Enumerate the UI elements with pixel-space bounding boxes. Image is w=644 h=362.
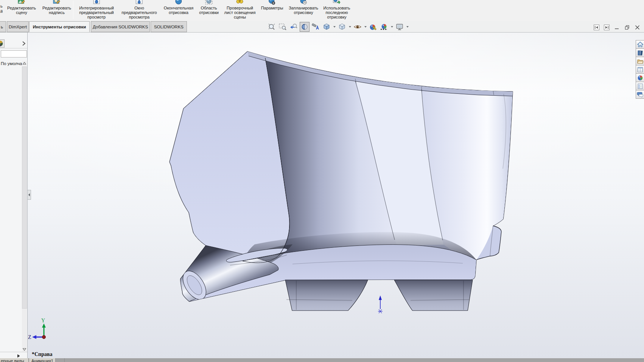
view-orientation-dropdown-icon[interactable] bbox=[333, 22, 336, 32]
render-tools-toolbar: ь й Редактировать сцену Редактировать на… bbox=[0, 0, 644, 21]
final-render-icon bbox=[174, 0, 183, 6]
axis-origin-dot bbox=[42, 336, 46, 339]
tab-3d-views[interactable]: ерные виды bbox=[0, 358, 29, 362]
final-render-button[interactable]: Окончательная отрисовка bbox=[164, 0, 193, 21]
tab-animation1[interactable]: Анимация1 bbox=[29, 358, 56, 362]
hide-show-items-icon[interactable] bbox=[353, 22, 362, 32]
edit-scene-button[interactable]: Редактировать сцену bbox=[7, 0, 36, 21]
view-orientation-label: *Справа bbox=[32, 351, 53, 357]
view-settings-icon[interactable] bbox=[395, 22, 404, 32]
render-options-label: Параметры bbox=[261, 6, 283, 10]
edit-decal-icon bbox=[53, 0, 61, 6]
render-region-button[interactable]: Область отрисовки bbox=[199, 0, 219, 21]
zoom-to-fit-icon[interactable] bbox=[267, 22, 277, 32]
scroll-down-icon[interactable] bbox=[22, 347, 27, 352]
appearances-scenes-icon[interactable] bbox=[636, 73, 644, 82]
toolbar-separator bbox=[73, 1, 73, 19]
recall-last-render-icon bbox=[333, 0, 341, 6]
axis-y-label: Y bbox=[41, 318, 45, 323]
tab-solidworks-mbd[interactable]: SOLIDWORKS MBD bbox=[151, 21, 187, 32]
preview-window-label: Окно предварительного просмотра bbox=[121, 6, 157, 19]
panel-scrollbar[interactable] bbox=[22, 66, 27, 347]
axis-z-label: Z bbox=[28, 334, 31, 340]
zoom-to-area-icon[interactable] bbox=[278, 22, 288, 32]
graphics-area[interactable]: Y Z *Справа bbox=[28, 33, 644, 358]
scene-illumination-proof-sheet-label: Проверочный лист освещения сцены bbox=[224, 6, 256, 19]
view-settings-dropdown-icon[interactable] bbox=[406, 22, 409, 32]
minimize-icon[interactable] bbox=[614, 25, 620, 30]
preview-window-icon bbox=[135, 0, 143, 6]
render-options-icon bbox=[268, 0, 276, 6]
model-scene: Y Z bbox=[28, 33, 644, 358]
integrated-preview-label: Интегрированный предварительный просмотр bbox=[79, 6, 114, 19]
edit-scene-icon bbox=[17, 0, 26, 6]
render-region-label: Область отрисовки bbox=[199, 6, 219, 15]
solidworks-resources-icon[interactable] bbox=[636, 48, 644, 57]
tab-clipped[interactable]: ь bbox=[0, 21, 6, 32]
render-region-icon bbox=[205, 0, 213, 6]
commandmanager-tab-row: ь DimXpert Инструменты отрисовки Добавле… bbox=[0, 21, 644, 33]
final-render-label: Окончательная отрисовка bbox=[164, 6, 193, 15]
preview-window-button[interactable]: Окно предварительного просмотра bbox=[121, 0, 157, 21]
home-icon[interactable] bbox=[636, 40, 644, 49]
close-icon[interactable] bbox=[635, 25, 640, 30]
integrated-preview-icon bbox=[92, 0, 101, 6]
edit-decal-label: Редактировать надпись bbox=[42, 6, 71, 15]
panel-bottom-expand-icon[interactable] bbox=[16, 353, 21, 357]
appearance-ball-icon[interactable] bbox=[0, 39, 5, 48]
dock-right-icon[interactable] bbox=[604, 25, 610, 30]
clipped-button-label-fragment: ь bbox=[0, 4, 3, 8]
appearance-list-item[interactable]: По умолча bbox=[1, 61, 22, 66]
task-pane-tab-strip bbox=[636, 40, 644, 98]
apply-scene-dropdown-icon[interactable] bbox=[390, 22, 394, 32]
scene-illumination-proof-sheet-button[interactable]: Проверочный лист освещения сцены bbox=[224, 0, 256, 21]
panel-splitter-handle[interactable] bbox=[28, 190, 31, 200]
display-style-icon[interactable] bbox=[337, 22, 347, 32]
clipped-button-label-fragment: й bbox=[0, 9, 3, 14]
part-model[interactable] bbox=[170, 51, 513, 311]
dynamic-annotation-views-icon[interactable] bbox=[311, 22, 320, 32]
heads-up-view-toolbar bbox=[267, 22, 409, 32]
recall-last-render-button[interactable]: Использовать последнюю отрисовку bbox=[324, 0, 350, 21]
apply-scene-icon[interactable] bbox=[379, 22, 389, 32]
edit-appearance-icon[interactable] bbox=[368, 22, 378, 32]
design-library-icon[interactable] bbox=[636, 57, 644, 65]
motion-manager-bar: ерные виды Анимация1 bbox=[0, 358, 644, 362]
tab-dimxpert[interactable]: DimXpert bbox=[7, 21, 29, 32]
recall-last-render-label: Использовать последнюю отрисовку bbox=[324, 6, 350, 19]
section-view-icon[interactable] bbox=[300, 22, 310, 32]
dock-left-icon[interactable] bbox=[594, 25, 599, 30]
bottom-bar-divider bbox=[64, 358, 65, 362]
tab-solidworks-addins[interactable]: Добавления SOLIDWORKS bbox=[91, 21, 150, 32]
schedule-render-icon bbox=[299, 0, 308, 6]
edit-decal-button[interactable]: Редактировать надпись bbox=[42, 0, 71, 21]
render-options-button[interactable]: Параметры bbox=[261, 0, 283, 21]
integrated-preview-button[interactable]: Интегрированный предварительный просмотр bbox=[79, 0, 114, 21]
schedule-render-label: Запланировать отрисовку bbox=[289, 6, 318, 15]
scrollbar-thumb[interactable] bbox=[22, 67, 27, 309]
tab-render-tools[interactable]: Инструменты отрисовки bbox=[29, 21, 90, 32]
restore-icon[interactable] bbox=[624, 25, 630, 30]
display-style-dropdown-icon[interactable] bbox=[348, 22, 352, 32]
hide-show-items-dropdown-icon[interactable] bbox=[364, 22, 367, 32]
solidworks-window: ь й Редактировать сцену Редактировать на… bbox=[0, 0, 644, 362]
scroll-up-icon[interactable] bbox=[22, 61, 27, 66]
previous-view-icon[interactable] bbox=[289, 22, 299, 32]
displaymanager-panel: По умолча bbox=[0, 33, 28, 358]
panel-header bbox=[0, 39, 27, 48]
edit-scene-label: Редактировать сцену bbox=[7, 6, 36, 15]
custom-properties-icon[interactable] bbox=[636, 82, 644, 90]
panel-expand-chevron-icon[interactable] bbox=[22, 41, 26, 48]
view-palette-icon[interactable] bbox=[636, 65, 644, 74]
schedule-render-button[interactable]: Запланировать отрисовку bbox=[289, 0, 318, 21]
view-orientation-icon[interactable] bbox=[322, 22, 331, 32]
splitter-collapse-icon bbox=[28, 193, 30, 196]
panel-divider bbox=[0, 352, 27, 352]
document-window-controls bbox=[594, 25, 640, 30]
panel-filter-input[interactable] bbox=[1, 50, 27, 57]
solidworks-forum-icon[interactable] bbox=[636, 90, 644, 99]
scene-illumination-proof-sheet-icon bbox=[236, 0, 244, 6]
